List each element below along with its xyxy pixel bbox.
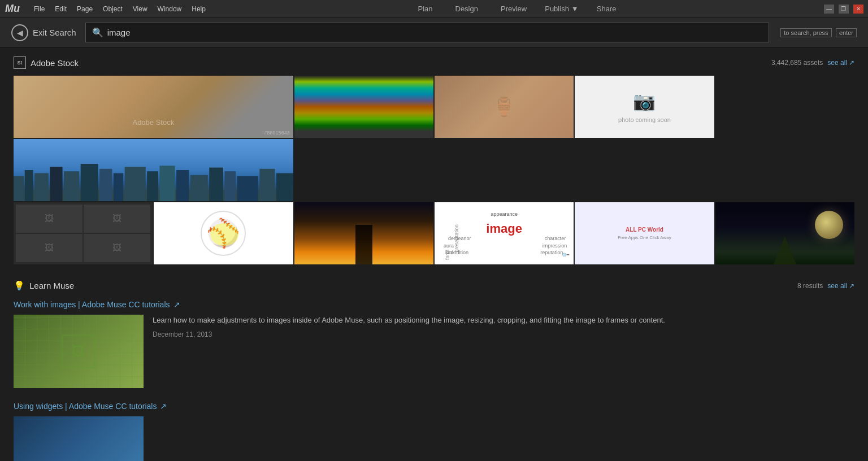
learn-section-header: 💡 Learn Muse 8 results see all ↗ <box>14 280 854 291</box>
tutorial-1-body: 🖼 Learn how to make adjustments to image… <box>14 315 854 388</box>
svg-rect-4 <box>64 171 79 201</box>
tutorial-1-external-icon: ↗ <box>173 300 180 309</box>
svg-rect-1 <box>25 170 33 201</box>
stock-meta: 3,442,685 assets see all ↗ <box>771 59 854 67</box>
svg-rect-3 <box>50 167 62 202</box>
menu-window[interactable]: Window <box>153 3 186 15</box>
nav-design[interactable]: Design <box>451 2 483 15</box>
tutorial-2-external-icon: ↗ <box>160 402 167 411</box>
search-icon: 🔍 <box>92 27 103 38</box>
publish-dropdown-icon: ▼ <box>571 5 579 13</box>
titlebar: Mu File Edit Page Object View Window Hel… <box>0 0 868 18</box>
stock-section-header: St Adobe Stock 3,442,685 assets see all … <box>14 56 854 69</box>
placeholder-text: photo coming soon <box>618 116 671 123</box>
svg-rect-12 <box>190 175 208 201</box>
svg-rect-2 <box>34 173 49 202</box>
stock-title: St Adobe Stock <box>14 56 79 69</box>
nav-preview[interactable]: Preview <box>496 2 531 15</box>
nav-plan[interactable]: Plan <box>413 2 437 15</box>
tutorial-1-thumbnail: 🖼 <box>14 315 144 388</box>
no-image-cell-1: 🖼 <box>16 205 83 233</box>
stock-image-pottery[interactable]: 🏺 <box>435 76 574 138</box>
minimize-button[interactable]: — <box>824 5 834 14</box>
tutorial-1-text: Learn how to make adjustments to images … <box>153 315 854 388</box>
search-input[interactable] <box>85 23 770 42</box>
close-button[interactable]: ✕ <box>853 5 863 14</box>
titlebar-nav: Plan Design Preview Publish ▼ Share <box>413 2 620 15</box>
stock-image-colors[interactable] <box>294 76 433 138</box>
main-content: St Adobe Stock 3,442,685 assets see all … <box>0 47 868 461</box>
learn-results-count: 8 results <box>797 282 823 290</box>
stock-image-laptop[interactable]: #88015643 Adobe Stock <box>14 76 293 138</box>
menu-page[interactable]: Page <box>72 3 97 15</box>
tutorial-item-1: Work with images | Adobe Muse CC tutoria… <box>14 300 854 388</box>
tutorial-item-2: Using widgets | Adobe Muse CC tutorials … <box>14 402 854 461</box>
camera-icon: 📷 <box>633 90 656 112</box>
mu-logo: Mu <box>5 1 20 17</box>
menu-edit[interactable]: Edit <box>50 3 71 15</box>
tutorial-1-desc: Learn how to make adjustments to images … <box>153 315 854 326</box>
learn-external-link-icon: ↗ <box>849 282 854 290</box>
search-bar: ◀ Exit Search 🔍 to search, press enter <box>0 18 868 47</box>
stock-image-placeholder[interactable]: 📷 photo coming soon <box>575 76 714 138</box>
tutorial-1-date: December 11, 2013 <box>153 330 854 338</box>
svg-rect-5 <box>81 164 98 201</box>
svg-rect-14 <box>224 171 236 201</box>
stock-image-wordcloud[interactable]: image appearance presentation demeanor a… <box>435 202 574 264</box>
learn-title: 💡 Learn Muse <box>14 280 74 291</box>
tutorial-1-title[interactable]: Work with images | Adobe Muse CC tutoria… <box>14 300 854 309</box>
adobe-stock-icon: St <box>14 56 26 69</box>
menu-items: File Edit Page Object View Window Help <box>29 3 210 15</box>
exit-search-button[interactable]: ◀ Exit Search <box>11 24 76 41</box>
svg-rect-17 <box>276 173 293 202</box>
external-link-icon: ↗ <box>849 59 854 67</box>
search-hint: to search, press enter <box>778 29 857 37</box>
stock-image-sunset[interactable] <box>294 202 433 264</box>
learn-meta: 8 results see all ↗ <box>797 282 854 290</box>
bulb-icon: 💡 <box>14 280 25 291</box>
menu-object[interactable]: Object <box>98 3 127 15</box>
stock-image-baseball[interactable]: ⚾ <box>154 202 293 264</box>
tutorial-2-thumbnail <box>14 416 144 461</box>
stock-image-noimages[interactable]: 🖼 🖼 🖼 🖼 <box>14 202 153 264</box>
svg-rect-13 <box>209 168 223 201</box>
tutorial-2-title[interactable]: Using widgets | Adobe Muse CC tutorials … <box>14 402 854 411</box>
svg-rect-0 <box>14 176 24 201</box>
svg-rect-7 <box>114 173 123 202</box>
stock-image-city[interactable] <box>14 139 293 201</box>
stock-see-all[interactable]: see all ↗ <box>827 59 854 67</box>
stock-image-grid-row1: #88015643 Adobe Stock 🏺 📷 photo coming s… <box>14 76 854 201</box>
city-skyline-svg <box>14 164 293 201</box>
window-controls: — ❐ ✕ <box>824 5 863 14</box>
stock-image-grid-row2: 🖼 🖼 🖼 🖼 ⚾ image appearance presentation … <box>14 202 854 264</box>
stock-asset-count: 3,442,685 assets <box>771 59 823 67</box>
tutorial-2-body <box>14 416 854 461</box>
stock-image-moon[interactable] <box>715 202 854 264</box>
search-input-wrap: 🔍 <box>85 23 770 42</box>
nav-publish[interactable]: Publish ▼ <box>545 5 579 13</box>
maximize-button[interactable]: ❐ <box>839 5 849 14</box>
search-key-hint: enter <box>836 28 857 37</box>
learn-see-all[interactable]: see all ↗ <box>827 282 854 290</box>
back-icon: ◀ <box>11 24 28 41</box>
titlebar-left: Mu File Edit Page Object View Window Hel… <box>5 1 210 17</box>
no-image-cell-3: 🖼 <box>16 234 83 262</box>
no-image-cell-4: 🖼 <box>84 234 150 262</box>
nav-share[interactable]: Share <box>592 2 621 15</box>
svg-rect-8 <box>125 167 146 202</box>
menu-help[interactable]: Help <box>187 3 210 15</box>
svg-rect-9 <box>147 171 158 201</box>
svg-rect-11 <box>176 170 189 201</box>
svg-rect-15 <box>237 176 258 201</box>
menu-file[interactable]: File <box>29 3 49 15</box>
no-image-cell-2: 🖼 <box>84 205 150 233</box>
svg-rect-6 <box>99 169 112 201</box>
learn-title-label: Learn Muse <box>29 281 74 290</box>
svg-rect-10 <box>159 166 175 201</box>
learn-section: 💡 Learn Muse 8 results see all ↗ Work wi… <box>14 280 854 461</box>
menu-view[interactable]: View <box>128 3 152 15</box>
stock-title-label: Adobe Stock <box>31 58 79 68</box>
stock-image-allpc[interactable]: ALL PC World Free Apps One Click Away <box>575 202 714 264</box>
exit-search-label: Exit Search <box>33 28 76 37</box>
svg-rect-16 <box>259 169 275 201</box>
